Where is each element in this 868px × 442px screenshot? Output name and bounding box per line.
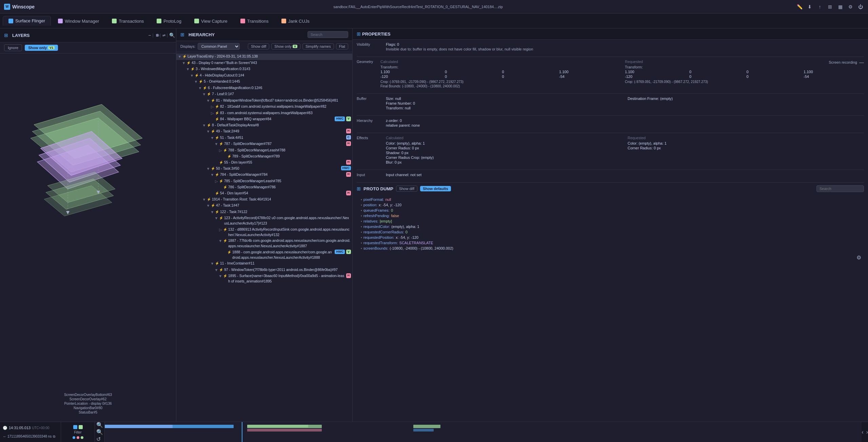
show-diff-proto-button[interactable]: Show diff	[396, 186, 417, 192]
displays-select[interactable]: Common Panel	[198, 43, 240, 50]
filter-green[interactable]	[79, 425, 83, 429]
tree-arrow[interactable]: ▼	[202, 123, 206, 128]
tree-item[interactable]: ⚡55 - Dim layer#55H	[176, 160, 352, 166]
filter-blue[interactable]	[73, 425, 77, 429]
tree-item[interactable]: ▷⚡132 - d886913 ActivityRecordInputSink …	[176, 227, 352, 238]
edit-icon[interactable]: ✏️	[796, 3, 803, 10]
camera-icon[interactable]: ▦	[837, 3, 844, 10]
tree-item[interactable]: ▷⚡785 - SplitDecorManagerLeash#785	[176, 178, 352, 185]
hierarchy-search[interactable]	[308, 31, 348, 38]
tree-arrow[interactable]: ▼	[210, 172, 214, 178]
tab-surface-flinger[interactable]: Surface Flinger	[3, 16, 51, 26]
tree-item[interactable]: ▼⚡123 - ActivityRecord{4788c02 u0 com.go…	[176, 215, 352, 227]
download-icon[interactable]: ⬇	[806, 3, 813, 10]
tree-arrow[interactable]: ▼	[182, 60, 186, 66]
ignore-button[interactable]: Ignore	[4, 44, 22, 51]
tree-arrow[interactable]: ▷	[214, 178, 218, 184]
proto-search[interactable]	[816, 185, 864, 192]
timeline-filter[interactable]: Filter	[61, 422, 95, 442]
show-defaults-proto-button[interactable]: Show defaults	[420, 186, 451, 191]
tree-arrow[interactable]: ▼	[210, 135, 214, 141]
arrows-icon[interactable]: ⇌	[162, 33, 165, 38]
tree-item[interactable]: ▼⚡97 - WindowToken{7f78b6b type=2011 and…	[176, 267, 352, 273]
tree-arrow[interactable]: ▼	[190, 73, 194, 79]
tree-arrow[interactable]: ▼	[186, 66, 190, 72]
tree-item[interactable]: ▼⚡43 - Display 0 name="Built-in Screen"#…	[176, 60, 352, 66]
tree-arrow[interactable]: ▼	[194, 79, 198, 85]
tree-arrow[interactable]: ▼	[202, 91, 206, 97]
tree-item[interactable]: ▼⚡787 - SplitDecorManager#787H	[176, 141, 352, 147]
tree-item[interactable]: ▼⚡LayerTraceEntry - 2024-03-31, 14:31:05…	[176, 54, 352, 60]
tree-arrow[interactable]: ▼	[218, 273, 222, 279]
tree-item[interactable]: ⚡1888 - com.google.android.apps.nexuslau…	[176, 249, 352, 261]
tab-transitions[interactable]: Transitions	[235, 16, 274, 26]
tree-item[interactable]: ▼⚡122 - Task:7#122	[176, 209, 352, 215]
tab-window-manager[interactable]: Window Manager	[52, 16, 105, 26]
tree-item[interactable]: ⚡84 - Wallpaper BBQ wrapper#84HWCV	[176, 116, 352, 122]
tree-item[interactable]: ▼⚡81 - WallpaperWindowToken{fcfbcd7 toke…	[176, 98, 352, 104]
show-only-button[interactable]: Show only V1	[25, 45, 58, 51]
tree-arrow[interactable]: ▼	[210, 261, 214, 267]
tree-arrow[interactable]: ▼	[178, 54, 182, 60]
tree-item[interactable]: ⚡789 - SplitDecorManager#789	[176, 153, 352, 160]
show-diff-button[interactable]: Show diff	[248, 43, 269, 49]
tree-item[interactable]: ▷⚡83 - com.android.systemui.wallpapers.I…	[176, 110, 352, 117]
zoom-out-icon[interactable]: 🔍	[96, 429, 103, 435]
tab-protolog[interactable]: ProtoLog	[151, 16, 187, 26]
timeline-icon[interactable]: ⏸	[155, 33, 159, 37]
tab-transactions[interactable]: Transactions	[106, 16, 150, 26]
tree-item[interactable]: ▼⚡6 - FullscreenMagnification:0:12#6	[176, 85, 352, 91]
close-recording-icon[interactable]: —	[859, 60, 864, 65]
tree-item[interactable]: ▷⚡788 - SplitDecorManagerLeash#788	[176, 147, 352, 154]
tree-arrow[interactable]: ▼	[214, 267, 218, 273]
reset-zoom-icon[interactable]: ↺	[96, 436, 103, 442]
tree-item[interactable]: ▼⚡7 - Leaf:0:1#7	[176, 91, 352, 98]
tree-arrow[interactable]: ▼	[198, 85, 202, 91]
tree-item[interactable]: ▼⚡3 - WindowedMagnification:0:31#3	[176, 66, 352, 72]
tree-arrow[interactable]: ▷	[210, 104, 214, 110]
tree-item[interactable]: ▼⚡49 - Task:2#49H	[176, 128, 352, 135]
tree-item[interactable]: ▼⚡4 - HideDisplayCutout:0:1#4	[176, 72, 352, 79]
show-only-hier-button[interactable]: Show only V	[271, 43, 300, 49]
tree-arrow[interactable]: ▼	[218, 238, 222, 244]
tree-arrow[interactable]: ▼	[206, 166, 210, 172]
tree-arrow[interactable]: ▼	[210, 209, 214, 215]
tree-item[interactable]: ▼⚡50 - Task:3#50HWC	[176, 166, 352, 172]
tree-item[interactable]: ▼⚡47 - Task:1#47	[176, 203, 352, 209]
power-icon[interactable]: ⏻	[857, 3, 864, 10]
tree-arrow[interactable]: ▼	[206, 129, 210, 134]
tree-item[interactable]: ⚡786 - SplitDecorManager#786	[176, 184, 352, 190]
tree-item[interactable]: ⚡54 - Dim layer#54H	[176, 190, 352, 196]
tab-jank-cujs[interactable]: Jank CUJs	[276, 16, 315, 26]
tree-item[interactable]: ▼⚡1887 - 77fdc4b com.google.android.apps…	[176, 238, 352, 249]
hierarchy-tree[interactable]: ▼⚡LayerTraceEntry - 2024-03-31, 14:31:05…	[176, 52, 352, 422]
expand-icon[interactable]: ⊞	[827, 3, 833, 10]
next-icon[interactable]: ›	[866, 429, 868, 435]
tree-item[interactable]: ▼⚡51 - Task:4#51C	[176, 135, 352, 141]
tree-arrow[interactable]: ▷	[210, 110, 214, 116]
tree-arrow[interactable]: ▼	[202, 197, 206, 203]
tree-arrow[interactable]: ▼	[214, 215, 218, 221]
tree-arrow[interactable]: ▷	[218, 227, 222, 233]
settings-icon[interactable]: ⚙	[847, 3, 854, 10]
zoom-minus-icon[interactable]: 🔍	[169, 33, 175, 38]
tab-view-capture[interactable]: View Capture	[189, 16, 233, 26]
tree-arrow[interactable]: ▼	[206, 203, 210, 209]
tree-item[interactable]: ▼⚡8 - DefaultTaskDisplayArea#8	[176, 122, 352, 129]
tree-item[interactable]: ▷⚡82 - 181eabf com.android.systemui.wall…	[176, 104, 352, 110]
tree-arrow[interactable]: ▼	[206, 98, 210, 104]
share-icon[interactable]: ↑	[816, 3, 823, 10]
tree-arrow[interactable]: ▼	[214, 141, 218, 147]
prev-icon[interactable]: ‹	[862, 429, 863, 435]
copy-icon[interactable]: ⧉	[53, 435, 55, 439]
proto-settings-icon[interactable]: ⚙	[856, 254, 861, 261]
minus-icon[interactable]: −	[148, 33, 151, 38]
tree-item[interactable]: ▼⚡784 - SplitDecorManager#784H	[176, 172, 352, 178]
tree-item[interactable]: ▼⚡5 - OneHanded:0:1445	[176, 79, 352, 85]
tree-arrow[interactable]: ▷	[218, 148, 222, 153]
tree-item[interactable]: ▼⚡1895 - Surface{name=3baac60 InputMetho…	[176, 273, 352, 285]
tree-item[interactable]: ▼⚡11 - ImeContainer#11	[176, 260, 352, 267]
zoom-in-icon[interactable]: 🔍	[96, 422, 103, 428]
tree-item[interactable]: ▼⚡1914 - Transition Root: Task:46#1914	[176, 196, 352, 203]
flat-button[interactable]: Flat	[336, 43, 348, 49]
